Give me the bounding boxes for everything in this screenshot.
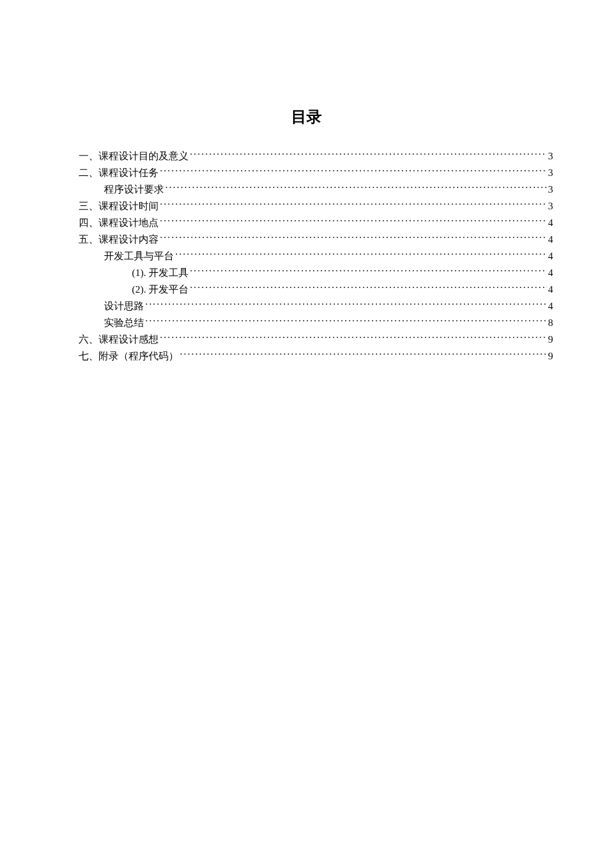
toc-leader-dots xyxy=(180,347,547,359)
toc-leader-dots xyxy=(160,214,547,226)
toc-entry-page: 3 xyxy=(548,148,554,164)
toc-leader-dots xyxy=(190,147,547,159)
toc-entry-page: 3 xyxy=(548,165,554,181)
toc-entry: 七、附录（程序代码）9 xyxy=(60,347,553,364)
toc-entry: 程序设计要求3 xyxy=(60,181,553,197)
toc-entry-label: 一、课程设计目的及意义 xyxy=(79,148,189,164)
toc-entry: 六、课程设计感想9 xyxy=(60,331,553,347)
toc-entry-label: 七、附录（程序代码） xyxy=(79,348,179,364)
toc-entry-page: 4 xyxy=(548,215,554,231)
toc-leader-dots xyxy=(165,181,547,193)
toc-entry-label: 开发工具与平台 xyxy=(104,248,174,264)
toc-entry: 二、课程设计任务3 xyxy=(60,164,553,181)
toc-leader-dots xyxy=(190,281,547,293)
toc-entry-page: 4 xyxy=(548,231,554,247)
toc-entry-label: 设计思路 xyxy=(104,298,144,314)
toc-entry-label: 实验总结 xyxy=(104,315,144,331)
toc-entry-label: 程序设计要求 xyxy=(104,181,164,197)
toc-leader-dots xyxy=(160,197,547,209)
toc-entry: 实验总结8 xyxy=(60,314,553,331)
toc-entry-label: 五、课程设计内容 xyxy=(79,231,159,247)
toc-leader-dots xyxy=(160,231,547,243)
toc-leader-dots xyxy=(190,264,547,276)
toc-leader-dots xyxy=(145,314,547,326)
toc-leader-dots xyxy=(145,297,547,309)
toc-container: 一、课程设计目的及意义3二、课程设计任务3程序设计要求3三、课程设计时间3四、课… xyxy=(60,147,553,364)
toc-entry-page: 4 xyxy=(548,265,554,281)
toc-entry-page: 4 xyxy=(548,281,554,297)
toc-entry-page: 8 xyxy=(548,315,554,331)
toc-entry-label: 三、课程设计时间 xyxy=(79,198,159,214)
toc-entry-page: 9 xyxy=(548,331,554,347)
toc-entry-label: 六、课程设计感想 xyxy=(79,331,159,347)
toc-entry-label: (1). 开发工具 xyxy=(132,265,189,281)
toc-entry: (1). 开发工具4 xyxy=(60,264,553,281)
toc-entry: 开发工具与平台4 xyxy=(60,247,553,264)
toc-entry: 一、课程设计目的及意义3 xyxy=(60,147,553,164)
toc-entry-label: 二、课程设计任务 xyxy=(79,165,159,181)
toc-title: 目录 xyxy=(60,107,553,127)
toc-entry-page: 4 xyxy=(548,298,554,314)
toc-entry: 三、课程设计时间3 xyxy=(60,197,553,214)
toc-entry-page: 9 xyxy=(548,348,554,364)
toc-entry: 五、课程设计内容4 xyxy=(60,231,553,247)
toc-leader-dots xyxy=(160,164,547,176)
toc-entry: 四、课程设计地点4 xyxy=(60,214,553,231)
toc-entry-label: (2). 开发平台 xyxy=(132,281,189,297)
toc-entry-page: 3 xyxy=(548,181,554,197)
toc-entry: 设计思路4 xyxy=(60,297,553,314)
toc-entry-label: 四、课程设计地点 xyxy=(79,215,159,231)
toc-entry-page: 3 xyxy=(548,198,554,214)
toc-leader-dots xyxy=(160,331,547,343)
toc-entry-page: 4 xyxy=(548,248,554,264)
toc-entry: (2). 开发平台4 xyxy=(60,281,553,297)
toc-leader-dots xyxy=(175,247,547,259)
